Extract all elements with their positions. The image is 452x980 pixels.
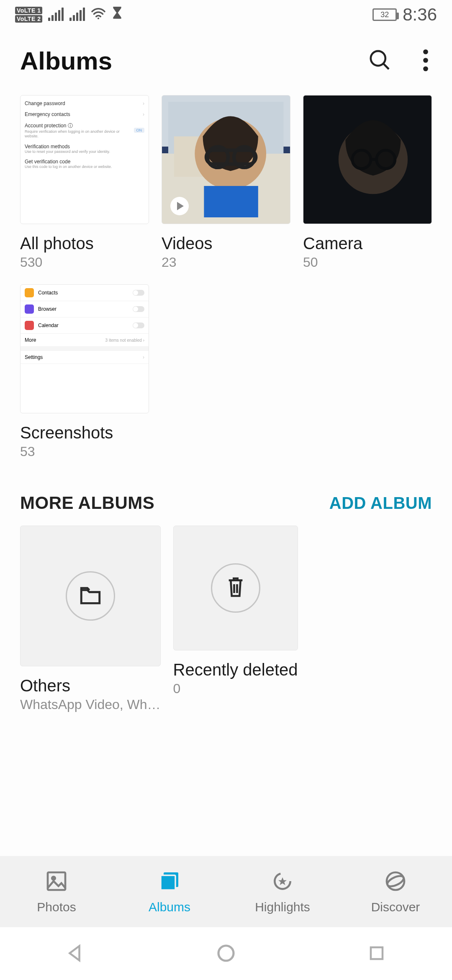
- svg-line-2: [383, 64, 389, 69]
- svg-point-5: [423, 66, 428, 71]
- hourglass-icon: [112, 7, 123, 23]
- album-screenshots[interactable]: Contacts Browser Calendar More3 items no…: [20, 284, 149, 459]
- system-nav-bar: [0, 927, 452, 980]
- svg-point-4: [423, 58, 428, 63]
- album-count: 23: [162, 255, 290, 270]
- more-albums-grid: Others WhatsApp Video, Wh… Recently dele…: [0, 526, 452, 712]
- tab-label: Albums: [149, 900, 190, 914]
- album-videos[interactable]: Videos 23: [162, 95, 290, 270]
- album-subtitle: WhatsApp Video, Wh…: [20, 697, 161, 712]
- nav-back-button[interactable]: [61, 939, 90, 968]
- add-album-button[interactable]: ADD ALBUM: [329, 494, 432, 513]
- highlights-icon: [271, 869, 294, 896]
- album-thumbnail: [20, 526, 161, 666]
- trash-icon: [225, 575, 246, 601]
- tab-label: Photos: [37, 900, 76, 914]
- tab-albums[interactable]: Albums: [113, 856, 226, 927]
- discover-icon: [384, 869, 407, 896]
- album-others[interactable]: Others WhatsApp Video, Wh…: [20, 526, 161, 712]
- album-title: All photos: [20, 234, 149, 253]
- svg-marker-27: [70, 946, 80, 960]
- album-title: Recently deleted: [173, 660, 298, 679]
- volte-indicator: VoLTE 1 VoLTE 2: [15, 7, 42, 23]
- album-thumbnail: Contacts Browser Calendar More3 items no…: [20, 284, 149, 413]
- tab-photos[interactable]: Photos: [0, 856, 113, 927]
- album-thumbnail: [173, 526, 298, 650]
- svg-rect-29: [371, 947, 383, 959]
- photo-icon: [45, 869, 68, 896]
- album-title: Screenshots: [20, 423, 149, 442]
- album-count: 53: [20, 444, 149, 459]
- album-all-photos[interactable]: Change password› Emergency contacts› Acc…: [20, 95, 149, 270]
- search-icon: [368, 67, 392, 73]
- albums-icon: [158, 869, 181, 896]
- svg-rect-20: [48, 872, 65, 890]
- album-recently-deleted[interactable]: Recently deleted 0: [173, 526, 298, 712]
- search-button[interactable]: [365, 45, 395, 77]
- more-options-button[interactable]: [419, 46, 432, 76]
- tab-label: Highlights: [255, 900, 310, 914]
- home-icon: [216, 943, 236, 965]
- svg-marker-24: [278, 877, 287, 885]
- svg-point-0: [98, 17, 99, 19]
- tab-discover[interactable]: Discover: [339, 856, 452, 927]
- header: Albums: [0, 29, 452, 95]
- more-vert-icon: [423, 67, 429, 73]
- play-icon: [170, 197, 189, 215]
- album-count: 50: [303, 255, 432, 270]
- recent-icon: [368, 944, 385, 963]
- album-title: Others: [20, 676, 161, 695]
- album-subtitle: 0: [173, 681, 298, 696]
- back-icon: [66, 944, 85, 964]
- folder-icon: [78, 585, 103, 607]
- album-count: 530: [20, 255, 149, 270]
- album-grid: Change password› Emergency contacts› Acc…: [0, 95, 452, 459]
- svg-point-1: [371, 51, 385, 66]
- nav-home-button[interactable]: [211, 939, 241, 968]
- clock: 8:36: [403, 5, 437, 25]
- album-thumbnail: [303, 95, 432, 224]
- svg-rect-23: [161, 875, 175, 890]
- page-title: Albums: [20, 46, 112, 75]
- tab-label: Discover: [371, 900, 420, 914]
- status-bar: VoLTE 1 VoLTE 2 32 8:36: [0, 0, 452, 29]
- battery-icon: 32: [372, 8, 397, 21]
- album-thumbnail: [162, 95, 290, 224]
- album-thumbnail: Change password› Emergency contacts› Acc…: [20, 95, 149, 224]
- svg-point-21: [52, 877, 55, 879]
- nav-recent-button[interactable]: [362, 939, 391, 968]
- album-title: Camera: [303, 234, 432, 253]
- bottom-tab-bar: Photos Albums Highlights Discover: [0, 856, 452, 927]
- more-albums-header: MORE ALBUMS ADD ALBUM: [0, 459, 452, 526]
- signal-icon-2: [69, 8, 85, 21]
- album-title: Videos: [162, 234, 290, 253]
- svg-rect-13: [204, 186, 258, 217]
- signal-icon-1: [48, 8, 64, 21]
- svg-point-28: [218, 946, 234, 961]
- section-title: MORE ALBUMS: [20, 493, 154, 513]
- svg-point-3: [423, 49, 428, 54]
- album-camera[interactable]: Camera 50: [303, 95, 432, 270]
- wifi-icon: [91, 7, 106, 23]
- tab-highlights[interactable]: Highlights: [226, 856, 339, 927]
